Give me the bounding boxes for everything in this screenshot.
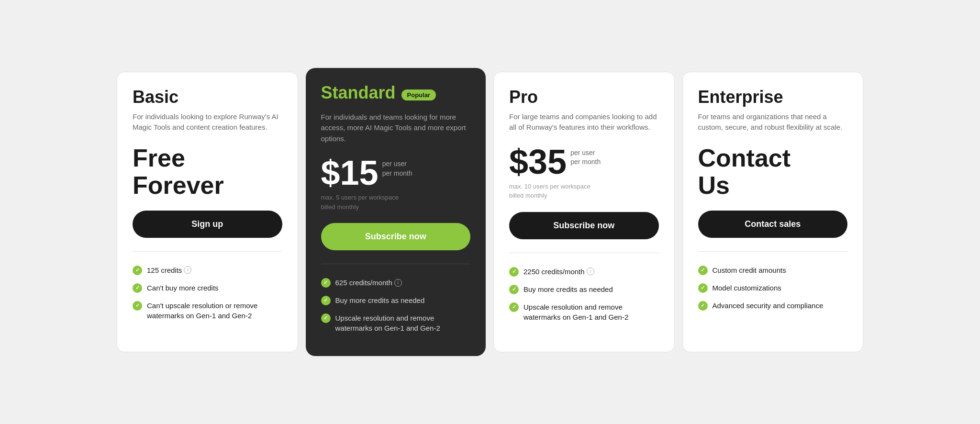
feature-text: Buy more credits as needed [523, 284, 613, 294]
feature-item: Buy more credits as needed [509, 284, 659, 294]
feature-item: Upscale resolution and remove watermarks… [509, 302, 659, 322]
check-icon [509, 285, 519, 294]
feature-item: Can't buy more credits [133, 283, 282, 293]
plan-features-enterprise: Custom credit amounts Model customizatio… [683, 252, 863, 352]
feature-item: Advanced security and compliance [698, 301, 848, 311]
plan-top-basic: Basic For individuals looking to explore… [117, 72, 298, 251]
plan-features-basic: 125 credits i Can't buy more credits Can… [117, 252, 298, 352]
info-icon: i [184, 266, 191, 274]
plan-top-pro: Pro For large teams and companies lookin… [494, 72, 674, 253]
feature-text: Upscale resolution and remove watermarks… [335, 313, 471, 333]
plan-name-row: Standard Popular [321, 83, 471, 107]
signup-button[interactable]: Sign up [133, 211, 282, 238]
feature-text: Can't buy more credits [147, 283, 219, 293]
price-note-standard: max. 5 users per workspacebilled monthly [321, 193, 471, 212]
price-row-standard: $15 per user per month [321, 156, 471, 190]
plan-description-pro: For large teams and companies looking to… [509, 112, 659, 133]
price-unit-pro: per user per month [570, 145, 601, 167]
feature-text: 625 credits/month [335, 278, 392, 288]
check-icon [321, 296, 331, 305]
info-icon: i [394, 279, 402, 287]
price-row-pro: $35 per user per month [509, 145, 659, 179]
plan-name-basic: Basic [133, 88, 282, 107]
plan-name-enterprise: Enterprise [698, 88, 848, 107]
plan-card-enterprise: Enterprise For teams and organizations t… [682, 72, 864, 352]
check-icon [133, 283, 142, 293]
check-icon [698, 283, 708, 293]
plan-card-standard: Standard Popular For individuals and tea… [306, 68, 486, 356]
check-icon [698, 266, 708, 275]
feature-text: Can't upscale resolution or remove water… [147, 301, 282, 321]
plan-description-standard: For individuals and teams looking for mo… [321, 112, 471, 145]
feature-text: Upscale resolution and remove watermarks… [523, 302, 659, 322]
feature-text: Advanced security and compliance [713, 301, 824, 311]
plan-features-pro: 2250 credits/month i Buy more credits as… [494, 253, 674, 352]
plan-description-enterprise: For teams and organizations that need a … [698, 112, 848, 133]
feature-text: Custom credit amounts [713, 265, 786, 275]
plan-card-pro: Pro For large teams and companies lookin… [493, 72, 675, 352]
check-icon [698, 301, 708, 311]
contact-sales-button[interactable]: Contact sales [698, 211, 848, 238]
check-icon [133, 266, 142, 275]
plan-description-basic: For individuals looking to explore Runwa… [133, 112, 282, 133]
price-amount-standard: $15 [321, 156, 379, 190]
plan-top-enterprise: Enterprise For teams and organizations t… [683, 72, 863, 251]
feature-text: 2250 credits/month [523, 267, 585, 277]
check-icon [321, 278, 331, 288]
feature-item: Model customizations [698, 283, 848, 293]
price-note-pro: max. 10 users per workspacebilled monthl… [509, 182, 659, 201]
feature-item: Buy more credits as needed [321, 295, 471, 305]
feature-item: 125 credits i [133, 265, 282, 275]
feature-item: Can't upscale resolution or remove water… [133, 301, 282, 321]
check-icon [509, 267, 519, 277]
check-icon [133, 301, 142, 311]
plan-top-standard: Standard Popular For individuals and tea… [306, 68, 486, 264]
price-contact: ContactUs [698, 145, 848, 199]
plan-card-basic: Basic For individuals looking to explore… [117, 72, 298, 352]
feature-text: Buy more credits as needed [335, 295, 425, 305]
info-icon: i [587, 268, 594, 275]
check-icon [509, 302, 519, 312]
plan-features-standard: 625 credits/month i Buy more credits as … [306, 264, 486, 356]
price-amount-pro: $35 [509, 145, 567, 179]
price-unit-standard: per user per month [382, 156, 412, 178]
plan-name-pro: Pro [509, 88, 659, 107]
feature-text: 125 credits [147, 265, 182, 275]
subscribe-pro-button[interactable]: Subscribe now [509, 212, 659, 239]
subscribe-standard-button[interactable]: Subscribe now [321, 223, 471, 250]
price-free: FreeForever [133, 145, 282, 199]
feature-item: 625 credits/month i [321, 278, 471, 288]
feature-item: 2250 credits/month i [509, 267, 659, 277]
popular-badge: Popular [401, 89, 436, 100]
pricing-container: Basic For individuals looking to explore… [117, 72, 863, 352]
check-icon [321, 313, 331, 323]
feature-item: Upscale resolution and remove watermarks… [321, 313, 471, 333]
feature-text: Model customizations [713, 283, 781, 293]
feature-item: Custom credit amounts [698, 265, 848, 275]
plan-name-standard: Standard [321, 83, 396, 102]
